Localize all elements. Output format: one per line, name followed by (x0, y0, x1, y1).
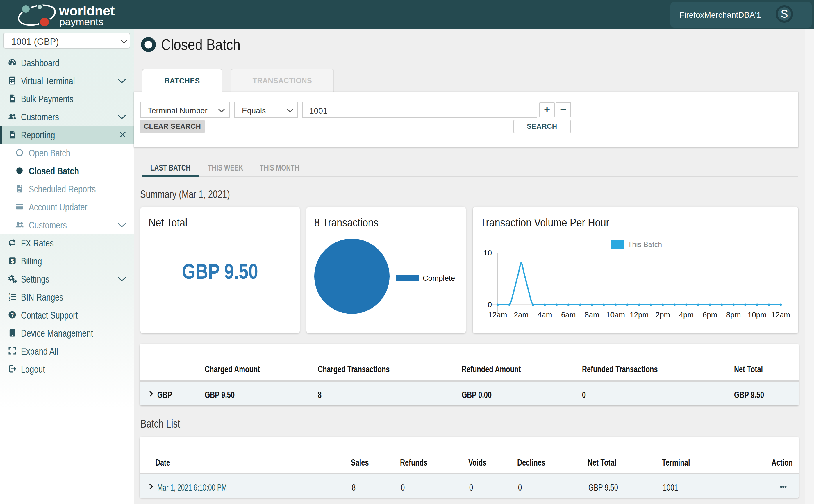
svg-text:12am: 12am (771, 310, 790, 319)
svg-text:$: $ (11, 258, 14, 264)
svg-text:10pm: 10pm (748, 310, 767, 319)
svg-text:4pm: 4pm (679, 310, 694, 319)
svg-text:0: 0 (488, 300, 492, 309)
svg-text:12am: 12am (488, 310, 507, 319)
svg-text:6pm: 6pm (703, 310, 717, 319)
svg-text:6am: 6am (561, 310, 576, 319)
svg-text:12pm: 12pm (630, 310, 649, 319)
svg-text:10am: 10am (606, 310, 625, 319)
svg-text:2am: 2am (514, 310, 529, 319)
svg-text:8pm: 8pm (726, 310, 741, 319)
svg-text:4am: 4am (538, 310, 552, 319)
svg-text:2pm: 2pm (656, 310, 670, 319)
svg-text:?: ? (10, 312, 14, 318)
svg-text:10: 10 (483, 249, 492, 257)
svg-text:3: 3 (9, 298, 10, 301)
svg-text:8am: 8am (585, 310, 599, 319)
